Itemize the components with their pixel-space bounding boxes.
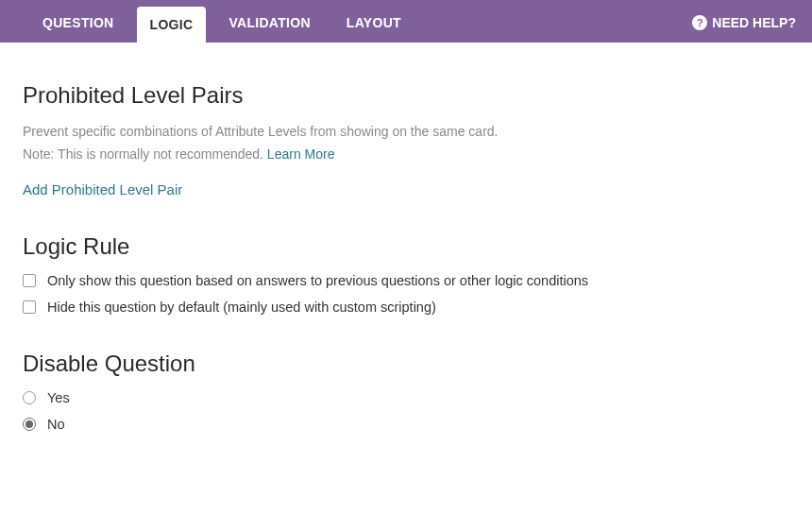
tab-validation[interactable]: VALIDATION <box>215 3 323 43</box>
window-frame: QUESTION LOGIC VALIDATION LAYOUT ? NEED … <box>0 0 812 43</box>
disable-no-row: No <box>23 417 789 432</box>
disable-question-title: Disable Question <box>23 351 789 377</box>
disable-no-radio[interactable] <box>23 418 36 431</box>
disable-yes-label: Yes <box>47 390 70 405</box>
learn-more-link[interactable]: Learn More <box>267 146 335 162</box>
only-show-checkbox[interactable] <box>23 274 36 287</box>
tab-logic[interactable]: LOGIC <box>137 7 207 43</box>
prohibited-note-text: Note: This is normally not recommended. <box>23 146 267 162</box>
logic-rule-section: Logic Rule Only show this question based… <box>23 233 789 315</box>
prohibited-title: Prohibited Level Pairs <box>23 82 789 109</box>
content-area: Prohibited Level Pairs Prevent specific … <box>0 43 812 462</box>
hide-default-label: Hide this question by default (mainly us… <box>47 300 436 315</box>
disable-question-section: Disable Question Yes No <box>23 351 789 432</box>
logic-rule-title: Logic Rule <box>23 233 789 260</box>
prohibited-section: Prohibited Level Pairs Prevent specific … <box>23 82 789 197</box>
need-help-label: NEED HELP? <box>712 15 796 30</box>
tab-bar: QUESTION LOGIC VALIDATION LAYOUT ? NEED … <box>3 3 809 43</box>
need-help-button[interactable]: ? NEED HELP? <box>692 3 809 43</box>
logic-check-row-1: Only show this question based on answers… <box>23 273 789 288</box>
only-show-label: Only show this question based on answers… <box>47 273 588 288</box>
tab-question[interactable]: QUESTION <box>29 3 127 43</box>
help-icon: ? <box>692 15 707 30</box>
logic-check-row-2: Hide this question by default (mainly us… <box>23 300 789 315</box>
disable-yes-row: Yes <box>23 390 789 405</box>
disable-no-label: No <box>47 417 65 432</box>
disable-yes-radio[interactable] <box>23 391 36 404</box>
add-prohibited-pair-link[interactable]: Add Prohibited Level Pair <box>23 181 789 197</box>
prohibited-desc-2: Note: This is normally not recommended. … <box>23 145 789 163</box>
prohibited-desc-1: Prevent specific combinations of Attribu… <box>23 122 789 141</box>
hide-default-checkbox[interactable] <box>23 300 36 314</box>
tab-spacer <box>3 3 29 43</box>
tab-layout[interactable]: LAYOUT <box>333 3 414 43</box>
